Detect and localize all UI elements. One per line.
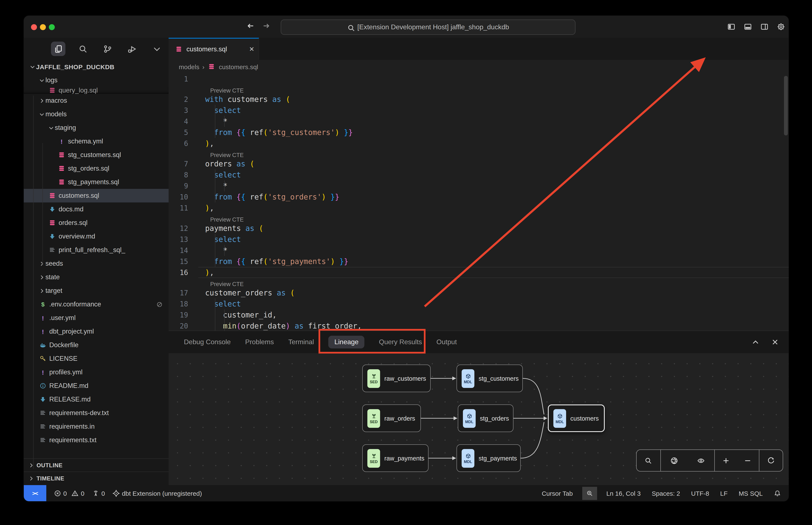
back-arrow-icon[interactable] [246, 21, 255, 30]
tree-item-requirements-dev.txt[interactable]: requirements-dev.txt [24, 406, 168, 420]
status-ms-sql[interactable]: MS SQL [739, 490, 763, 497]
zoom-in-icon[interactable] [582, 486, 597, 500]
activity-source-control-icon[interactable] [100, 42, 115, 56]
tree-item-logs[interactable]: logs [24, 73, 168, 87]
lineage-node-stg_payments[interactable]: MDLstg_payments [457, 444, 521, 472]
tree-item-docs.md[interactable]: docs.md [24, 202, 168, 216]
tree-item-query_log.sql[interactable]: query_log.sql [24, 87, 168, 94]
tree-item-state[interactable]: state [24, 270, 168, 284]
close-tab-icon[interactable]: ✕ [249, 45, 254, 53]
tree-item-stg_orders.sql[interactable]: stg_orders.sql [24, 162, 168, 175]
remote-indicator[interactable]: >< [24, 485, 46, 501]
dbt-extension-status[interactable]: dbt Extension (unregistered) [113, 490, 202, 497]
tree-item-dbt_project.yml[interactable]: !dbt_project.yml [24, 325, 168, 338]
activity-more-views-icon[interactable] [149, 42, 164, 56]
codelens-preview-cte[interactable]: Preview CTE [168, 278, 789, 287]
tree-item-profiles.yml[interactable]: !profiles.yml [24, 365, 168, 379]
tree-item-staging[interactable]: staging [24, 121, 168, 135]
lineage-node-raw_payments[interactable]: SEDraw_payments [362, 444, 429, 472]
tree-item-JAFFLE_SHOP_DUCKDB[interactable]: JAFFLE_SHOP_DUCKDB [24, 60, 168, 73]
forward-arrow-icon[interactable] [262, 21, 270, 30]
codelens-preview-cte[interactable]: Preview CTE [168, 213, 789, 223]
activity-explorer-icon[interactable] [51, 42, 65, 56]
panel-tab-terminal[interactable]: Terminal [289, 338, 314, 346]
lineage-node-stg_orders[interactable]: MDLstg_orders [458, 404, 514, 432]
tree-item-stg_customers.sql[interactable]: stg_customers.sql [24, 148, 168, 162]
layout-panel-icon[interactable] [744, 22, 752, 31]
close-window-button [31, 24, 37, 30]
tab-customers-sql[interactable]: customers.sql ✕ [168, 38, 259, 60]
panel-tab-query-results[interactable]: Query Results [379, 338, 422, 346]
tree-item-target[interactable]: target [24, 284, 168, 298]
status-utf-8[interactable]: UTF-8 [691, 490, 709, 497]
search-icon[interactable] [637, 456, 660, 465]
bell-icon[interactable] [774, 490, 781, 497]
tree-item-models[interactable]: models [24, 107, 168, 121]
tree-item-customers.sql[interactable]: customers.sql [24, 189, 168, 202]
md-file-icon [48, 232, 57, 241]
status-spaces-2[interactable]: Spaces: 2 [652, 490, 680, 497]
txt-file-icon [48, 246, 57, 254]
zoom-out-minus-icon[interactable] [737, 456, 759, 465]
sql-file-icon [57, 178, 66, 186]
outline-section[interactable]: OUTLINE [24, 459, 168, 472]
lineage-node-label: stg_customers [478, 375, 519, 382]
tree-item-macros[interactable]: macros [24, 94, 168, 107]
tree-item-.env.conformance[interactable]: $.env.conformance [24, 298, 168, 311]
panel-tab-output[interactable]: Output [437, 338, 457, 346]
chevron-up-icon[interactable] [751, 338, 760, 346]
refresh-icon[interactable] [759, 456, 783, 465]
command-center-search[interactable]: [Extension Development Host] jaffle_shop… [281, 19, 575, 35]
lineage-node-raw_orders[interactable]: SEDraw_orders [362, 404, 421, 432]
timeline-section[interactable]: TIMELINE [24, 471, 168, 485]
layout-sidebar-left-icon[interactable] [727, 22, 736, 31]
ports-status[interactable]: 0 [92, 490, 105, 497]
panel-tab-problems[interactable]: Problems [245, 338, 274, 346]
layout-sidebar-right-icon[interactable] [760, 22, 769, 31]
editor-scrollbar[interactable] [784, 76, 788, 135]
lineage-node-customers[interactable]: MDLcustomers [548, 404, 605, 432]
status-ln-16-col-3[interactable]: Ln 16, Col 3 [606, 490, 641, 497]
tree-item-README.md[interactable]: README.md [24, 379, 168, 393]
tree-item-orders.sql[interactable]: orders.sql [24, 216, 168, 230]
breadcrumb-file[interactable]: customers.sql [219, 63, 258, 70]
bottom-panel: Debug ConsoleProblemsTerminalLineageQuer… [168, 331, 789, 485]
aperture-icon[interactable] [661, 456, 688, 465]
tree-item-print_full_refresh._sql_[interactable]: print_full_refresh._sql_ [24, 243, 168, 257]
eye-icon[interactable] [688, 456, 714, 465]
diagnostics-status[interactable]: 00 [54, 490, 84, 497]
lineage-canvas[interactable]: SEDraw_customersMDLstg_customersSEDraw_o… [168, 353, 789, 485]
lineage-node-label: raw_orders [384, 415, 415, 422]
tree-item-label: staging [55, 124, 76, 132]
tree-item-Dockerfile[interactable]: Dockerfile [24, 338, 168, 352]
tree-item-schema.yml[interactable]: !schema.yml [24, 135, 168, 148]
traffic-lights[interactable] [31, 24, 55, 30]
lineage-node-stg_customers[interactable]: MDLstg_customers [457, 364, 523, 392]
settings-gear-icon[interactable] [777, 22, 785, 31]
tree-item-label: Dockerfile [49, 341, 78, 349]
tree-item-RELEASE.md[interactable]: RELEASE.md [24, 393, 168, 406]
zoom-in-plus-icon[interactable] [715, 456, 737, 465]
activity-run-debug-icon[interactable] [125, 42, 139, 56]
panel-tab-lineage[interactable]: Lineage [328, 336, 365, 348]
breadcrumb-folder[interactable]: models [179, 63, 200, 70]
tree-item-label: orders.sql [59, 219, 88, 227]
tree-item-LICENSE[interactable]: LICENSE [24, 352, 168, 365]
breadcrumb[interactable]: models › customers.sql [168, 60, 789, 73]
codelens-preview-cte[interactable]: Preview CTE [168, 85, 789, 94]
tree-item-requirements.txt[interactable]: requirements.txt [24, 433, 168, 447]
close-icon[interactable] [771, 338, 779, 346]
tree-item-overview.md[interactable]: overview.md [24, 230, 168, 243]
lineage-node-raw_customers[interactable]: SEDraw_customers [362, 364, 431, 392]
model-badge: MDL [462, 369, 474, 388]
tree-item-seeds[interactable]: seeds [24, 257, 168, 270]
tree-item-.user.yml[interactable]: !.user.yml [24, 311, 168, 325]
codelens-preview-cte[interactable]: Preview CTE [168, 149, 789, 158]
seed-badge: SED [367, 369, 380, 388]
panel-tab-debug-console[interactable]: Debug Console [184, 338, 231, 346]
status-lf[interactable]: LF [720, 490, 728, 497]
status-cursor-tab[interactable]: Cursor Tab [542, 490, 573, 497]
activity-search-icon[interactable] [76, 42, 90, 56]
tree-item-requirements.in[interactable]: requirements.in [24, 420, 168, 433]
tree-item-stg_payments.sql[interactable]: stg_payments.sql [24, 175, 168, 189]
